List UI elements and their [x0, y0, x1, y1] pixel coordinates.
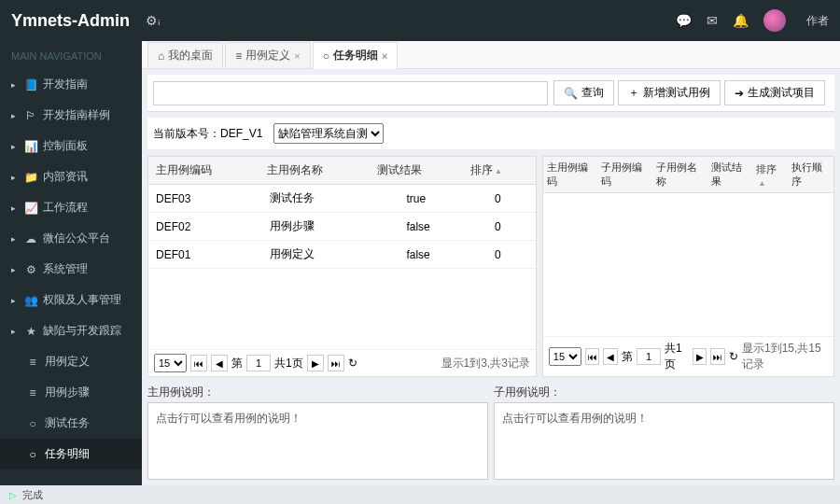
main-desc-textarea[interactable]: 点击行可以查看用例的说明！	[147, 402, 488, 480]
main-pager: 15 ⏮ ◀ 第 共1页 ▶ ⏭ ↻ 显示1到3,共3记录	[148, 349, 536, 376]
col-header[interactable]: 执行顺序	[788, 157, 833, 193]
sidebar-item[interactable]: ▸👥权限及人事管理	[0, 285, 142, 315]
main-area: ⌂我的桌面 ≡用例定义× ○任务明细× 🔍查询 ＋新增测试用例 ➔生成测试项目 …	[142, 41, 840, 485]
page-input[interactable]	[637, 348, 661, 365]
sidebar-item[interactable]: ▸📈工作流程	[0, 192, 142, 223]
sidebar-item[interactable]: ▸📁内部资讯	[0, 161, 142, 192]
sub-pager: 15 ⏮ ◀ 第 共1页 ▶ ⏭ ↻ 显示1到15,共15记录	[543, 336, 833, 376]
chevron-right-icon: ▸	[11, 173, 19, 182]
search-icon: 🔍	[564, 87, 578, 100]
sidebar-subitem[interactable]: ≡用例步骤	[0, 377, 142, 408]
plus-icon: ＋	[628, 85, 639, 101]
last-page-button[interactable]: ⏭	[328, 355, 344, 371]
close-icon[interactable]: ×	[294, 50, 300, 62]
sub-desc-box: 子用例说明： 点击行可以查看用例的说明！	[494, 383, 834, 480]
sidebar-item[interactable]: ▸⚙系统管理	[0, 254, 142, 285]
version-label: 当前版本号：	[153, 126, 220, 142]
refresh-icon[interactable]: ↻	[348, 357, 357, 370]
list-icon: ≡	[235, 49, 242, 63]
col-result[interactable]: 测试结果	[370, 157, 463, 185]
status-text: 完成	[22, 488, 43, 502]
refresh-icon[interactable]: ↻	[729, 350, 738, 363]
sidebar-item[interactable]: ▸📊控制面板	[0, 131, 142, 161]
main-grid-panel: 主用例编码 主用例名称 测试结果 排序▲ DEF03测试任务true0DEF02…	[147, 156, 537, 377]
col-main-code[interactable]: 主用例编码	[148, 157, 259, 185]
main-desc-label: 主用例说明：	[147, 383, 488, 402]
table-row[interactable]: DEF02用例步骤false0	[148, 213, 536, 241]
nav-heading: MAIN NAVIGATION	[0, 41, 142, 69]
sub-desc-textarea[interactable]: 点击行可以查看用例的说明！	[494, 402, 834, 480]
sub-desc-label: 子用例说明：	[494, 383, 834, 402]
sort-icon: ▲	[495, 167, 502, 175]
chevron-right-icon: ▸	[11, 80, 19, 90]
page-input[interactable]	[246, 355, 271, 371]
next-page-button[interactable]: ▶	[307, 355, 324, 371]
sort-icon: ▲	[758, 179, 765, 188]
chevron-right-icon: ▸	[11, 203, 19, 213]
table-row[interactable]: DEF01用例定义false0	[148, 241, 536, 269]
tab-bar: ⌂我的桌面 ≡用例定义× ○任务明细×	[142, 41, 840, 69]
home-icon: ⌂	[158, 49, 164, 63]
search-button[interactable]: 🔍查询	[553, 80, 614, 105]
bell-icon[interactable]: 🔔	[733, 13, 749, 28]
chat-icon[interactable]: 💬	[676, 13, 692, 28]
page-size-select[interactable]: 15	[154, 354, 187, 372]
tab-task-detail[interactable]: ○任务明细×	[313, 42, 399, 69]
generate-button[interactable]: ➔生成测试项目	[724, 80, 825, 105]
chevron-right-icon: ▸	[11, 111, 19, 120]
sidebar-subitem[interactable]: ≡用例定义	[0, 346, 142, 377]
sidebar-subitem[interactable]: ○测试任务	[0, 408, 142, 439]
play-icon: ▷	[9, 490, 17, 500]
col-header[interactable]: 排序▲	[752, 157, 788, 193]
chevron-right-icon: ▸	[11, 234, 19, 244]
table-row[interactable]: DEF03测试任务true0	[148, 185, 536, 213]
version-select[interactable]: 缺陷管理系统自测	[273, 123, 384, 144]
prev-page-button[interactable]: ◀	[211, 355, 228, 371]
prev-page-button[interactable]: ◀	[603, 348, 618, 365]
circle-icon: ○	[323, 49, 329, 63]
sidebar-item[interactable]: ▸★缺陷与开发跟踪	[0, 315, 142, 346]
chevron-right-icon: ▸	[11, 265, 19, 274]
sidebar-item[interactable]: ▸🏳开发指南样例	[0, 100, 142, 131]
avatar[interactable]	[763, 9, 786, 32]
status-bar: ▷ 完成	[0, 485, 840, 504]
first-page-button[interactable]: ⏮	[190, 355, 207, 371]
close-icon[interactable]: ×	[382, 50, 387, 62]
sidebar: MAIN NAVIGATION ▸📘开发指南▸🏳开发指南样例▸📊控制面板▸📁内部…	[0, 41, 142, 504]
main-desc-box: 主用例说明： 点击行可以查看用例的说明！	[147, 383, 488, 480]
mail-icon[interactable]: ✉	[707, 13, 718, 28]
tab-desktop[interactable]: ⌂我的桌面	[147, 42, 223, 68]
pager-info: 显示1到3,共3记录	[441, 356, 530, 371]
sidebar-subitem[interactable]: ○任务明细	[0, 439, 142, 469]
pager-info: 显示1到15,共15记录	[742, 341, 828, 372]
app-header: Ymnets-Admin ⚙ᵢ 💬 ✉ 🔔 作者	[0, 0, 840, 41]
sidebar-item[interactable]: ▸☁微信公众平台	[0, 223, 142, 254]
chevron-right-icon: ▸	[11, 296, 19, 305]
col-sort[interactable]: 排序▲	[463, 157, 536, 185]
col-main-name[interactable]: 主用例名称	[259, 157, 371, 185]
version-bar: 当前版本号： DEF_V1 缺陷管理系统自测	[147, 118, 834, 150]
sub-grid-header: 主用例编码子用例编码子用例名称测试结果排序▲执行顺序	[543, 157, 833, 193]
tab-usecase-def[interactable]: ≡用例定义×	[225, 42, 310, 68]
add-button[interactable]: ＋新增测试用例	[618, 80, 721, 105]
sidebar-item[interactable]: ▸📘开发指南	[0, 69, 142, 100]
col-header[interactable]: 子用例编码	[597, 157, 652, 193]
col-header[interactable]: 子用例名称	[652, 157, 707, 193]
user-name: 作者	[806, 13, 829, 29]
search-input[interactable]	[153, 81, 548, 105]
col-header[interactable]: 测试结果	[707, 157, 753, 193]
toolbar: 🔍查询 ＋新增测试用例 ➔生成测试项目	[147, 75, 834, 112]
chevron-right-icon: ▸	[11, 327, 19, 336]
page-size-select[interactable]: 15	[549, 347, 581, 366]
arrow-icon: ➔	[735, 87, 744, 100]
next-page-button[interactable]: ▶	[693, 348, 707, 365]
gear-icon[interactable]: ⚙ᵢ	[146, 13, 161, 28]
first-page-button[interactable]: ⏮	[585, 348, 600, 365]
brand-logo: Ymnets-Admin	[11, 11, 142, 31]
last-page-button[interactable]: ⏭	[710, 348, 725, 365]
main-grid-header: 主用例编码 主用例名称 测试结果 排序▲	[148, 157, 536, 185]
sub-grid-panel: 主用例编码子用例编码子用例名称测试结果排序▲执行顺序 15 ⏮ ◀ 第 共1页 …	[542, 156, 834, 377]
col-header[interactable]: 主用例编码	[543, 157, 598, 193]
version-code: DEF_V1	[220, 127, 262, 140]
chevron-right-icon: ▸	[11, 142, 19, 151]
